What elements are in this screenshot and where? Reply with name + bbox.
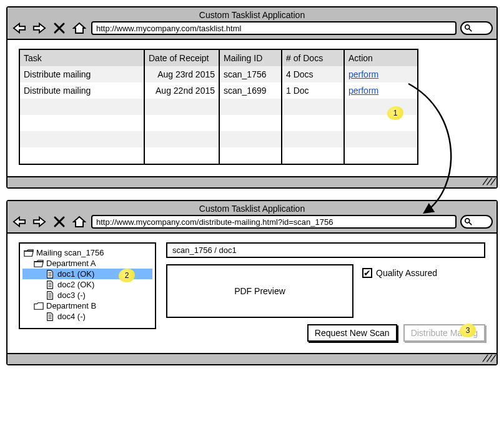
col-num-docs: # of Docs [282,50,345,66]
window-title: Custom Tasklist Application [11,10,493,20]
tree-doc2[interactable]: doc2 (OK) [22,279,152,290]
cell-docs: 1 Doc [282,82,345,99]
table-row [20,131,417,147]
back-icon[interactable] [11,215,27,229]
window-distribute-mailing: Custom Tasklist Application http://www.m… [6,200,498,365]
tree-root[interactable]: Mailing scan_1756 [22,247,152,258]
window-tasklist: Custom Tasklist Application http://www.m… [6,6,498,189]
request-new-scan-button[interactable]: Request New Scan [307,324,397,342]
search-pill[interactable] [460,21,493,35]
table-row: Distribute mailing Aug 23rd 2015 scan_17… [20,66,417,82]
col-date: Date of Receipt [145,50,220,66]
document-icon [45,291,55,300]
window-title: Custom Tasklist Application [11,204,493,214]
pdf-preview: PDF Preview [166,264,353,318]
svg-point-0 [465,25,470,29]
detail-panel: scan_1756 / doc1 PDF Preview ✔ Quality A… [166,242,485,342]
tree-label: Mailing scan_1756 [36,248,104,257]
cell-date: Aug 23rd 2015 [145,66,220,82]
tree-doc1[interactable]: doc1 (OK) [22,269,152,279]
titlebar: Custom Tasklist Application http://www.m… [7,7,497,40]
status-bar [7,353,497,364]
table-body: Distribute mailing Aug 23rd 2015 scan_17… [20,66,417,164]
tree-label: doc3 (-) [57,290,86,300]
document-icon [45,280,55,289]
tree-dept-b[interactable]: Department B [22,300,152,311]
quality-assured-checkbox[interactable]: ✔ Quality Assured [362,268,437,278]
breadcrumb: scan_1756 / doc1 [166,242,485,258]
table-row [20,99,417,115]
document-icon [45,270,55,279]
resize-grip-icon[interactable]: /// [482,176,494,186]
browser-nav: http://www.mycompany.com/tasklist.html [11,21,493,35]
cell-task: Distribute mailing [20,66,145,82]
table-row: Distribute mailing Aug 22nd 2015 scan_16… [20,82,417,99]
browser-nav: http://www.mycompany.com/distribute-mail… [11,215,493,229]
perform-link[interactable]: perform [348,86,378,96]
distribute-mailing-button[interactable]: Distribute Mailing [403,324,485,342]
forward-icon[interactable] [31,21,47,35]
url-input[interactable]: http://www.mycompany.com/distribute-mail… [91,215,457,229]
pdf-preview-label: PDF Preview [234,286,285,296]
folder-open-icon [34,259,44,268]
document-tree: Mailing scan_1756 Department A doc1 (OK)… [19,242,156,329]
titlebar: Custom Tasklist Application http://www.m… [7,201,497,234]
svg-point-1 [465,219,470,223]
forward-icon[interactable] [31,215,47,229]
tree-label: Department B [46,301,96,310]
quality-assured-label: Quality Assured [376,268,437,278]
tree-dept-a[interactable]: Department A [22,258,152,269]
col-task: Task [20,50,145,66]
tree-doc4[interactable]: doc4 (-) [22,311,152,322]
window1-content: Task Date of Receipt Mailing ID # of Doc… [7,40,497,176]
col-action: Action [345,50,417,66]
table-header-row: Task Date of Receipt Mailing ID # of Doc… [20,50,417,66]
cell-mailing-id: scan_1699 [220,82,282,99]
search-pill[interactable] [460,215,493,229]
cell-task: Distribute mailing [20,82,145,99]
folder-open-icon [24,249,34,257]
document-icon [45,312,55,321]
tree-label: doc2 (OK) [57,280,94,289]
home-icon[interactable] [71,215,87,229]
cell-action: perform [345,66,417,82]
table-row [20,147,417,164]
cell-mailing-id: scan_1756 [220,66,282,82]
tree-label: doc1 (OK) [57,269,94,279]
tree-doc3[interactable]: doc3 (-) [22,290,152,300]
perform-link[interactable]: perform [348,69,378,79]
task-table: Task Date of Receipt Mailing ID # of Doc… [19,49,418,165]
cell-date: Aug 22nd 2015 [145,82,220,99]
home-icon[interactable] [71,21,87,35]
stop-icon[interactable] [51,21,67,35]
cell-docs: 4 Docs [282,66,345,82]
tree-label: doc4 (-) [57,312,86,321]
checkbox-icon: ✔ [362,268,372,278]
folder-closed-icon [34,302,44,310]
resize-grip-icon[interactable]: /// [482,353,494,363]
stop-icon[interactable] [51,215,67,229]
url-input[interactable]: http://www.mycompany.com/tasklist.html [91,21,457,35]
col-mailing-id: Mailing ID [220,50,282,66]
back-icon[interactable] [11,21,27,35]
status-bar [7,176,497,187]
action-buttons: Request New Scan Distribute Mailing [166,324,485,342]
tree-label: Department A [46,259,96,268]
table-row [20,115,417,131]
window2-content: Mailing scan_1756 Department A doc1 (OK)… [7,234,497,353]
cell-action: perform [345,82,417,99]
